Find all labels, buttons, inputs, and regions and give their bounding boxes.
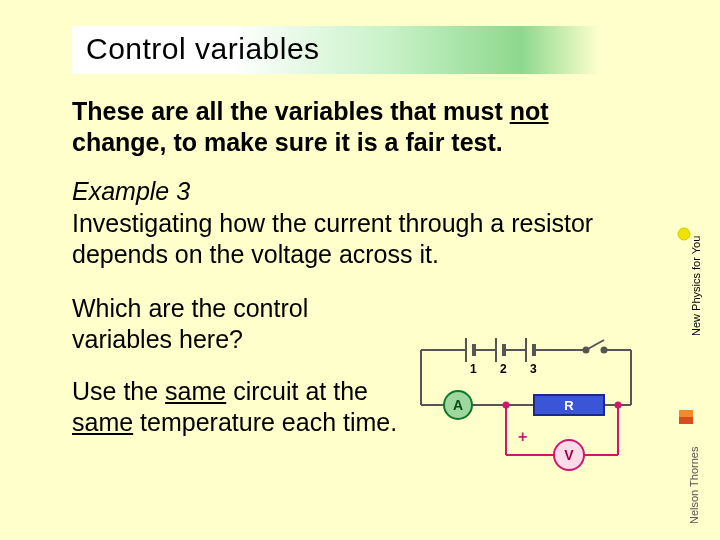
logo-physics-for-you: New Physics for You bbox=[674, 222, 714, 340]
example-label: Example 3 bbox=[72, 177, 664, 206]
answer-a: Use the bbox=[72, 377, 165, 405]
logo-nelson-thornes: Nelson Thornes bbox=[674, 408, 714, 528]
intro-line1a: These are all the variables that must bbox=[72, 97, 510, 125]
question-text: Which are the control variables here? bbox=[72, 293, 392, 354]
intro-line2: change, to make sure it is a fair test. bbox=[72, 128, 503, 156]
answer-c: temperature each time. bbox=[133, 408, 397, 436]
svg-point-4 bbox=[584, 348, 589, 353]
plus-label: + bbox=[518, 428, 527, 445]
example-text: Investigating how the current through a … bbox=[72, 208, 652, 269]
ammeter-label: A bbox=[453, 397, 463, 413]
svg-point-27 bbox=[504, 403, 509, 408]
svg-rect-32 bbox=[679, 410, 693, 417]
circuit-diagram: 1 2 3 A R V + bbox=[406, 330, 646, 485]
intro-block: These are all the variables that must no… bbox=[72, 96, 632, 157]
page-title: Control variables bbox=[86, 32, 586, 66]
slide: Control variables These are all the vari… bbox=[0, 0, 720, 540]
voltmeter-label: V bbox=[564, 447, 574, 463]
cell-label-3: 3 bbox=[530, 362, 537, 376]
title-bar: Control variables bbox=[72, 26, 600, 74]
intro-not: not bbox=[510, 97, 549, 125]
answer-same1: same bbox=[165, 377, 226, 405]
logo-bottom-text: Nelson Thornes bbox=[688, 446, 700, 524]
svg-point-30 bbox=[678, 228, 690, 240]
answer-same2: same bbox=[72, 408, 133, 436]
answer-b: circuit at the bbox=[226, 377, 368, 405]
logo-top-text: New Physics for You bbox=[690, 236, 702, 336]
resistor-label: R bbox=[564, 398, 574, 413]
cell-label-2: 2 bbox=[500, 362, 507, 376]
svg-point-28 bbox=[616, 403, 621, 408]
svg-point-5 bbox=[602, 348, 607, 353]
cell-label-1: 1 bbox=[470, 362, 477, 376]
